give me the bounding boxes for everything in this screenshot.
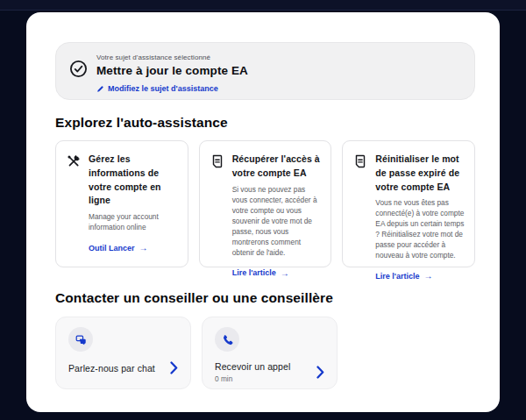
card-description: Vous ne vous êtes pas connecté(e) à votr… [375,197,465,260]
card-recover-access[interactable]: Récupérer l'accès à votre compte EA Si v… [199,140,332,267]
arrow-right-icon: → [424,271,433,281]
support-panel: Votre sujet d'assistance sélectionné Met… [26,12,500,412]
pencil-icon [96,85,104,93]
selected-topic-box: Votre sujet d'assistance sélectionné Met… [55,42,475,100]
chat-icon-badge [68,327,93,352]
article-icon [210,153,225,169]
card-title: Réinitialiser le mot de passe expiré de … [375,153,465,194]
link-label: Outil Lancer [89,244,135,253]
arrow-right-icon: → [281,268,289,278]
contact-chat-card[interactable]: Parlez-nous par chat [55,317,191,389]
card-text: Gérez les informations de votre compte e… [89,153,178,254]
card-reset-password[interactable]: Réinitialiser le mot de passe expiré de … [342,140,475,267]
edit-topic-label: Modifiez le sujet d'assistance [108,84,218,93]
phone-icon [222,334,233,345]
card-title: Récupérer l'accès à votre compte EA [232,153,322,181]
link-label: Lire l'article [232,268,276,277]
arrow-right-icon: → [139,243,148,253]
contact-call-wait-time: 0 min [215,374,290,383]
link-label: Lire l'article [375,272,419,281]
contact-options: Parlez-nous par chat Recevo [55,317,475,389]
card-description: Manage your account information online [89,211,178,232]
selected-topic-label: Votre sujet d'assistance sélectionné [96,53,248,61]
read-article-link[interactable]: Lire l'article → [232,268,289,278]
check-circle-icon [69,60,88,78]
card-text: Réinitialiser le mot de passe expiré de … [375,153,465,282]
contact-call-row: Recevoir un appel 0 min [215,361,324,383]
selected-topic-text: Votre sujet d'assistance sélectionné Met… [96,53,248,96]
contact-chat-row: Parlez-nous par chat [68,361,178,374]
self-help-heading: Explorez l'auto-assistance [55,115,475,131]
contact-call-card[interactable]: Recevoir un appel 0 min [202,317,338,389]
contact-call-label: Recevoir un appel [215,361,290,372]
tools-icon [66,153,82,169]
edit-topic-link[interactable]: Modifiez le sujet d'assistance [96,84,218,93]
launch-tool-link[interactable]: Outil Lancer → [89,243,148,253]
contact-heading: Contacter un conseiller ou une conseillè… [55,290,475,306]
phone-icon-badge [215,327,239,352]
chevron-right-icon [170,361,178,374]
window-top-strip [0,0,526,11]
self-help-cards: Gérez les informations de votre compte e… [55,140,475,267]
chat-icon [75,334,87,345]
article-icon [352,153,368,169]
contact-chat-label: Parlez-nous par chat [68,363,155,374]
card-manage-account[interactable]: Gérez les informations de votre compte e… [55,140,188,267]
card-title: Gérez les informations de votre compte e… [89,153,178,208]
card-text: Récupérer l'accès à votre compte EA Si v… [232,153,322,279]
selected-topic-title: Mettre à jour le compte EA [96,64,248,77]
card-description: Si vous ne pouvez pas vous connecter, ac… [232,184,322,258]
chevron-right-icon [316,366,324,379]
read-article-link[interactable]: Lire l'article → [375,271,432,281]
